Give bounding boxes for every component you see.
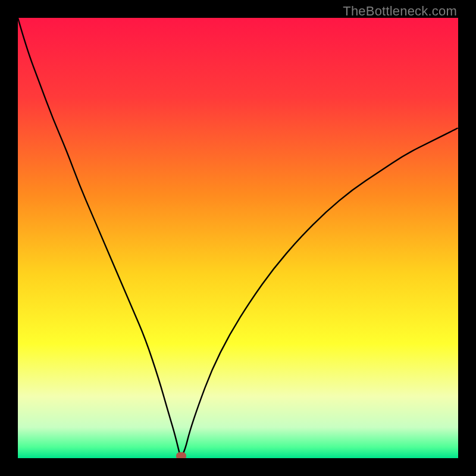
curve-layer <box>18 18 458 458</box>
chart-frame: TheBottleneck.com <box>0 0 476 476</box>
minimum-marker <box>176 452 186 458</box>
watermark-text: TheBottleneck.com <box>343 4 457 19</box>
plot-area <box>18 18 458 458</box>
bottleneck-curve <box>18 18 458 456</box>
